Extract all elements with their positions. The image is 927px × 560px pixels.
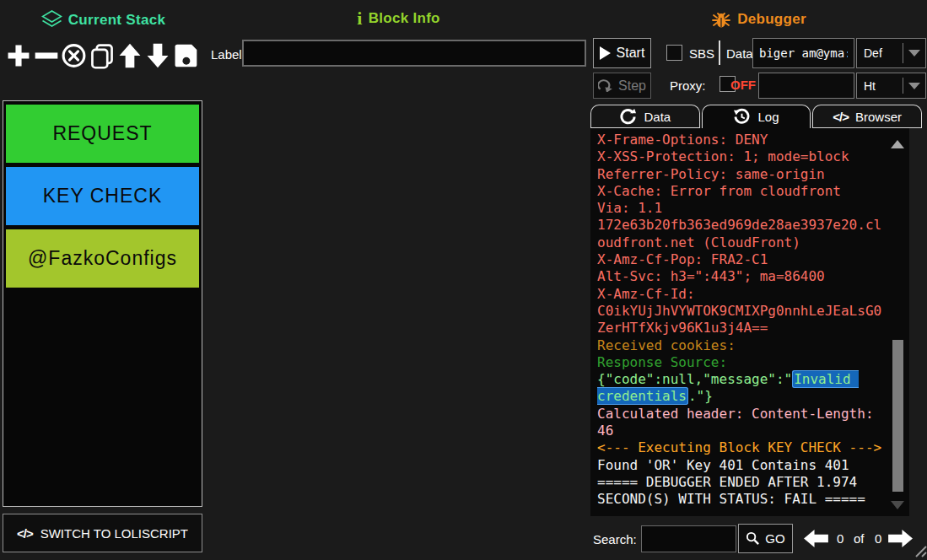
delete-icon[interactable] [60, 38, 88, 73]
bug-icon [711, 10, 731, 29]
search-icon [746, 531, 760, 546]
sbs-checkbox[interactable] [666, 45, 682, 61]
current-stack-title-text: Current Stack [68, 12, 165, 29]
wordlist-type-value: Def [857, 46, 903, 60]
stack-list: REQUEST KEY CHECK @FazkoConfigs [6, 105, 199, 288]
move-down-icon[interactable] [143, 38, 171, 73]
block-info-title: i Block Info [207, 10, 590, 27]
previous-match-arrow-icon[interactable] [802, 528, 828, 549]
stack-block-request[interactable]: REQUEST [6, 105, 199, 163]
log-line: X-Cache: Error from cloudfront [597, 183, 887, 200]
log-line: <--- Executing Block KEY CHECK ---> [597, 439, 887, 456]
debugger-tabs: Data Log </> Browser [590, 105, 922, 128]
log-line: Via: 1.1 172e63b20fb363ed969de28ae3937e2… [597, 200, 887, 251]
proxy-type-value: Ht [857, 79, 903, 93]
wordlist-type-dropdown[interactable]: Def [856, 38, 926, 68]
search-caption: Search: [593, 532, 637, 547]
history-icon [733, 108, 751, 126]
switch-button-label: SWITCH TO LOLISCRIPT [40, 526, 188, 541]
current-stack-title: Current Stack [0, 10, 207, 30]
proxy-status: OFF [730, 78, 756, 92]
save-icon[interactable] [171, 38, 199, 73]
sbs-label: SBS [689, 46, 714, 61]
match-separator: of [854, 531, 865, 546]
resize-grip[interactable] [913, 543, 927, 560]
dropdown-divider [903, 78, 903, 94]
debugger-title-text: Debugger [737, 11, 806, 28]
debugger-title: Debugger [590, 10, 927, 29]
step-button-label: Step [618, 78, 646, 94]
log-line: {"code":null,"message":"Invalid credenti… [597, 371, 887, 406]
block-info-title-text: Block Info [369, 10, 440, 27]
log-line: Response Source: [597, 354, 887, 371]
tab-data-label: Data [644, 110, 671, 124]
tab-data[interactable]: Data [590, 105, 700, 128]
log-line: Referrer-Policy: same-origin [597, 166, 887, 183]
block-label-input[interactable] [242, 40, 586, 67]
log-line: X-Amz-Cf-Pop: FRA2-C1 [597, 251, 887, 268]
dropdown-divider [903, 43, 903, 63]
step-arrow-icon [598, 79, 612, 92]
log-line: Calculated header: Content-Length: 46 [597, 406, 887, 440]
go-button-label: GO [765, 531, 784, 546]
remove-block-icon[interactable] [32, 38, 60, 73]
chevron-down-icon [908, 50, 920, 57]
move-up-icon[interactable] [116, 38, 143, 73]
match-total: 0 [875, 531, 881, 546]
play-icon [600, 46, 611, 60]
scrollbar-down-arrow[interactable] [891, 501, 904, 509]
log-line: Alt-Svc: h3=":443"; ma=86400 [597, 268, 887, 285]
code-icon: </> [17, 526, 33, 541]
stack-block-fazkoconfigs[interactable]: @FazkoConfigs [6, 229, 199, 288]
refresh-icon [619, 108, 637, 126]
separator [719, 40, 720, 65]
clone-icon[interactable] [88, 38, 116, 73]
add-block-icon[interactable] [4, 38, 32, 73]
proxy-caption: Proxy: [670, 78, 706, 93]
debugger-log[interactable]: X-Frame-Options: DENYX-XSS-Protection: 1… [590, 128, 909, 516]
next-match-arrow-icon[interactable] [888, 528, 914, 549]
proxy-input[interactable] [758, 73, 854, 99]
step-button[interactable]: Step [593, 73, 651, 99]
tab-browser[interactable]: </> Browser [812, 105, 922, 128]
tab-log[interactable]: Log [702, 105, 811, 128]
log-line: X-Amz-Cf-Id: C0ikYUjJhVYWTOK9CMIXPg0nnhL… [597, 286, 887, 337]
stack-toolbar [4, 38, 199, 73]
switch-to-loliscript-button[interactable]: </> SWITCH TO LOLISCRIPT [3, 514, 202, 552]
start-button[interactable]: Start [593, 38, 651, 68]
tab-log-label: Log [757, 110, 779, 124]
start-button-label: Start [617, 46, 645, 61]
chevron-down-icon [908, 83, 920, 89]
stack-panel: REQUEST KEY CHECK @FazkoConfigs [3, 100, 202, 507]
search-go-button[interactable]: GO [738, 524, 793, 553]
log-line: Received cookies: [597, 337, 887, 354]
log-line: X-XSS-Protection: 1; mode=block [597, 148, 887, 165]
match-position: 0 [837, 531, 843, 546]
stack-layers-icon [41, 10, 62, 30]
code-icon: </> [833, 110, 849, 124]
scrollbar-up-arrow[interactable] [891, 140, 904, 148]
log-line: ===== DEBUGGER ENDED AFTER 1.974 SECOND(… [597, 474, 887, 509]
openbullet-stacker-window: Current Stack i Block Info Debugger [0, 0, 927, 560]
proxy-type-dropdown[interactable]: Ht [856, 73, 926, 99]
info-icon: i [357, 11, 362, 26]
stack-block-key-check[interactable]: KEY CHECK [6, 167, 199, 225]
label-caption: Label: [211, 47, 245, 62]
data-input[interactable] [752, 38, 854, 68]
log-line: X-Frame-Options: DENY [597, 132, 887, 148]
log-line: Found 'OR' Key 401 Contains 401 [597, 457, 887, 474]
scrollbar-thumb[interactable] [892, 340, 903, 492]
search-input[interactable] [641, 525, 736, 552]
tab-browser-label: Browser [855, 110, 902, 124]
